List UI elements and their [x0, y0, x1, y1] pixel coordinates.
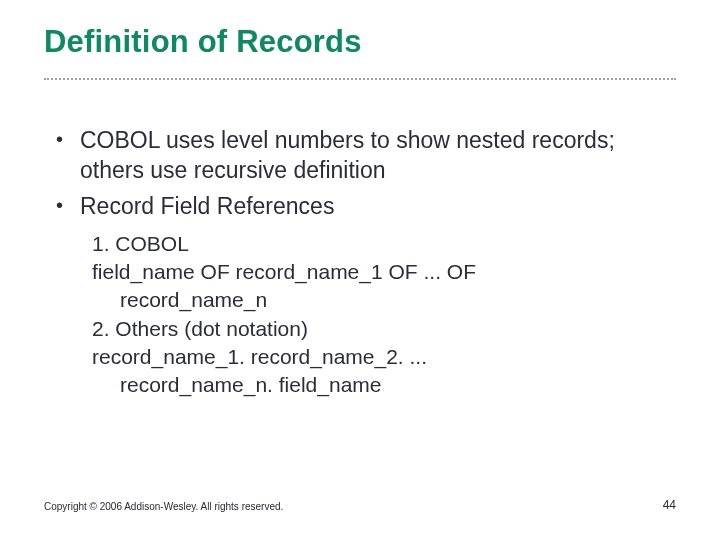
- copyright-text: Copyright © 2006 Addison-Wesley. All rig…: [44, 501, 283, 512]
- page-number: 44: [663, 498, 676, 512]
- sub-line-indent: record_name_n: [92, 286, 676, 314]
- sub-line: field_name OF record_name_1 OF ... OF: [92, 258, 676, 286]
- slide-title: Definition of Records: [44, 24, 676, 60]
- sub-line: 2. Others (dot notation): [92, 315, 676, 343]
- bullet-item: Record Field References: [48, 192, 676, 222]
- bullet-item: COBOL uses level numbers to show nested …: [48, 126, 676, 186]
- sub-line-indent: record_name_n. field_name: [92, 371, 676, 399]
- bullet-list: COBOL uses level numbers to show nested …: [48, 126, 676, 222]
- sub-content: 1. COBOL field_name OF record_name_1 OF …: [48, 230, 676, 400]
- sub-line: 1. COBOL: [92, 230, 676, 258]
- slide-body: COBOL uses level numbers to show nested …: [44, 126, 676, 400]
- footer: Copyright © 2006 Addison-Wesley. All rig…: [44, 498, 676, 512]
- title-divider: [44, 78, 676, 80]
- slide: Definition of Records COBOL uses level n…: [0, 0, 720, 540]
- sub-line: record_name_1. record_name_2. ...: [92, 343, 676, 371]
